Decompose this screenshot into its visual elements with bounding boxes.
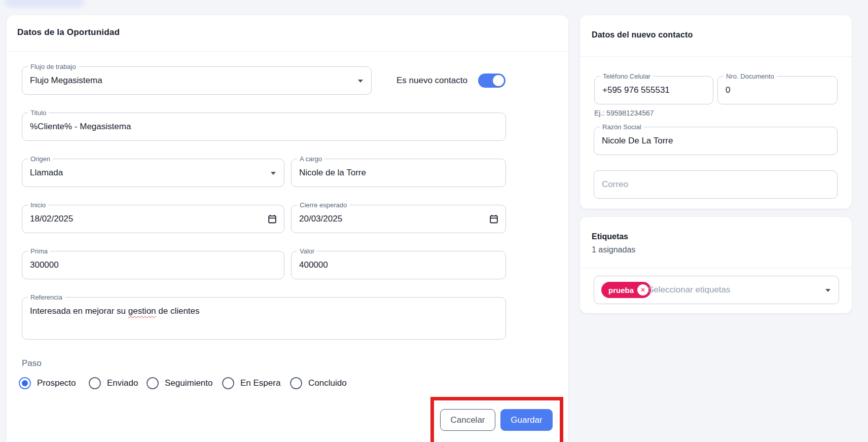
referencia-label: Referencia <box>28 293 65 301</box>
tags-assigned-count: 1 asignadas <box>592 245 635 254</box>
referencia-text: Interesada en mejorar su gestion de clie… <box>30 305 498 317</box>
tags-select-placeholder: Seleccionar etiquetas <box>648 285 731 295</box>
radio-unselected-icon <box>222 377 234 389</box>
inicio-input[interactable] <box>22 205 284 233</box>
radio-unselected-icon <box>89 377 101 389</box>
titulo-input[interactable] <box>22 113 505 140</box>
prima-input[interactable] <box>22 251 284 279</box>
radio-prospecto[interactable]: Prospecto <box>19 377 76 390</box>
workflow-select[interactable]: Flujo de trabajo <box>22 66 372 95</box>
referencia-textarea[interactable]: Referencia Interesada en mejorar su gest… <box>22 297 506 340</box>
telefono-input[interactable] <box>595 77 713 104</box>
radio-en-espera[interactable]: En Espera <box>222 377 280 390</box>
telefono-helper-text: Ej.: 595981234567 <box>594 109 654 117</box>
origen-select[interactable]: Origen <box>22 159 284 187</box>
calendar-icon[interactable] <box>489 214 499 224</box>
razon-social-input[interactable] <box>594 127 837 155</box>
documento-field[interactable]: Nro. Documento <box>717 76 838 104</box>
paso-label: Paso <box>22 358 42 369</box>
radio-unselected-icon <box>147 377 159 389</box>
valor-field[interactable]: Valor <box>291 251 506 279</box>
chevron-down-icon <box>271 172 276 175</box>
new-contact-toggle-label: Es nuevo contacto <box>396 76 467 86</box>
radio-label: Concluido <box>308 378 347 388</box>
referencia-text-after: de clientes <box>156 306 200 316</box>
radio-label: Seguimiento <box>165 378 213 388</box>
tags-divider <box>580 268 852 268</box>
a-cargo-field[interactable]: A cargo <box>291 159 506 187</box>
toggle-knob-icon <box>493 75 504 86</box>
tag-chip-prueba[interactable]: prueba ✕ <box>601 282 651 298</box>
cierre-input[interactable] <box>292 205 505 233</box>
opportunity-card-title: Datos de la Oportunidad <box>17 27 120 38</box>
titulo-field[interactable]: Titulo <box>22 113 506 141</box>
blurred-tab-remnant <box>4 0 84 7</box>
correo-input[interactable] <box>594 171 837 198</box>
opportunity-card: Datos de la Oportunidad Flujo de trabajo… <box>7 15 568 442</box>
workflow-value[interactable] <box>22 67 371 94</box>
radio-label: Enviado <box>107 378 138 388</box>
cancel-button[interactable]: Cancelar <box>440 409 495 431</box>
prima-field[interactable]: Prima <box>22 251 284 279</box>
remove-tag-icon[interactable]: ✕ <box>637 284 648 296</box>
referencia-misspelled-word: gestion <box>128 306 156 316</box>
header-divider <box>580 56 852 57</box>
new-contact-card: Datos del nuevo contacto Teléfono Celula… <box>580 15 852 209</box>
radio-selected-icon <box>19 377 31 389</box>
documento-input[interactable] <box>718 77 837 104</box>
new-contact-card-title: Datos del nuevo contacto <box>592 30 693 40</box>
save-button[interactable]: Guardar <box>500 409 553 431</box>
tags-card: Etiquetas 1 asignadas prueba ✕ Seleccion… <box>580 217 852 313</box>
cierre-date-field[interactable]: Cierre esperado <box>291 205 506 233</box>
radio-label: Prospecto <box>37 378 76 388</box>
new-contact-toggle[interactable] <box>478 73 505 88</box>
chevron-down-icon <box>825 289 830 292</box>
tag-chip-label: prueba <box>608 286 634 294</box>
tags-card-title: Etiquetas <box>592 232 628 241</box>
radio-concluido[interactable]: Concluido <box>290 377 347 390</box>
radio-seguimiento[interactable]: Seguimiento <box>147 377 213 390</box>
a-cargo-input[interactable] <box>292 159 505 187</box>
radio-unselected-icon <box>290 377 302 389</box>
razon-social-field[interactable]: Razón Social <box>594 127 838 155</box>
valor-input[interactable] <box>292 251 505 279</box>
header-divider <box>7 51 568 52</box>
correo-field[interactable] <box>594 170 838 199</box>
chevron-down-icon <box>358 80 363 83</box>
radio-enviado[interactable]: Enviado <box>89 377 138 390</box>
radio-label: En Espera <box>240 378 280 388</box>
origen-value[interactable] <box>22 159 284 187</box>
tags-select[interactable]: prueba ✕ Seleccionar etiquetas <box>594 276 839 304</box>
referencia-text-before: Interesada en mejorar su <box>30 306 128 316</box>
inicio-date-field[interactable]: Inicio <box>22 205 284 233</box>
telefono-field[interactable]: Teléfono Celular <box>594 76 713 104</box>
calendar-icon[interactable] <box>267 214 277 224</box>
